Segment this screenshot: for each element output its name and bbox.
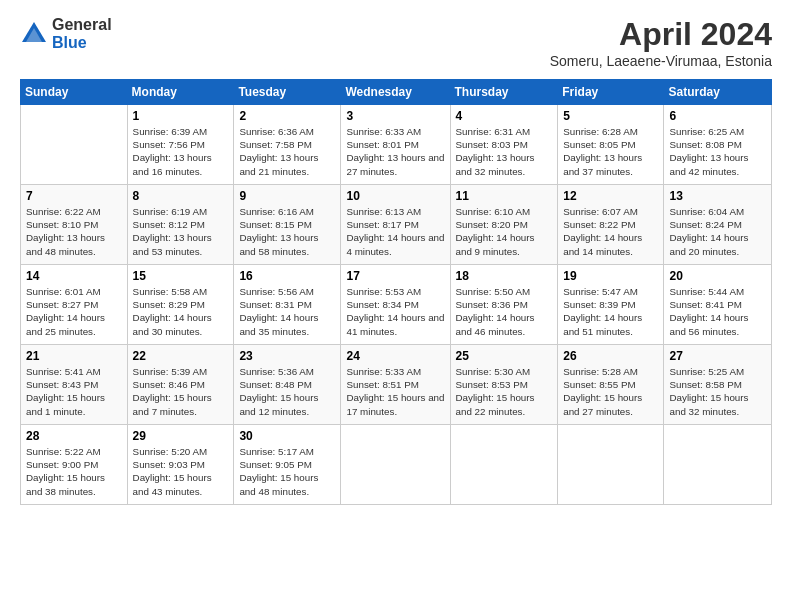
day-number: 19 (563, 269, 658, 283)
week-row-2: 7Sunrise: 6:22 AMSunset: 8:10 PMDaylight… (21, 185, 772, 265)
calendar-cell: 6Sunrise: 6:25 AMSunset: 8:08 PMDaylight… (664, 105, 772, 185)
calendar-cell: 3Sunrise: 6:33 AMSunset: 8:01 PMDaylight… (341, 105, 450, 185)
day-info: Sunrise: 6:10 AMSunset: 8:20 PMDaylight:… (456, 205, 553, 258)
calendar-cell: 2Sunrise: 6:36 AMSunset: 7:58 PMDaylight… (234, 105, 341, 185)
day-number: 18 (456, 269, 553, 283)
day-number: 24 (346, 349, 444, 363)
calendar-cell: 10Sunrise: 6:13 AMSunset: 8:17 PMDayligh… (341, 185, 450, 265)
day-info: Sunrise: 5:17 AMSunset: 9:05 PMDaylight:… (239, 445, 335, 498)
calendar-cell (341, 425, 450, 505)
day-number: 12 (563, 189, 658, 203)
day-number: 27 (669, 349, 766, 363)
day-number: 14 (26, 269, 122, 283)
day-info: Sunrise: 6:13 AMSunset: 8:17 PMDaylight:… (346, 205, 444, 258)
day-number: 20 (669, 269, 766, 283)
day-number: 6 (669, 109, 766, 123)
logo-blue: Blue (52, 34, 112, 52)
day-number: 9 (239, 189, 335, 203)
month-title: April 2024 (550, 16, 772, 53)
calendar-cell: 19Sunrise: 5:47 AMSunset: 8:39 PMDayligh… (558, 265, 664, 345)
day-info: Sunrise: 6:01 AMSunset: 8:27 PMDaylight:… (26, 285, 122, 338)
logo-text: General Blue (52, 16, 112, 51)
calendar-cell: 30Sunrise: 5:17 AMSunset: 9:05 PMDayligh… (234, 425, 341, 505)
day-info: Sunrise: 5:41 AMSunset: 8:43 PMDaylight:… (26, 365, 122, 418)
day-info: Sunrise: 6:07 AMSunset: 8:22 PMDaylight:… (563, 205, 658, 258)
week-row-5: 28Sunrise: 5:22 AMSunset: 9:00 PMDayligh… (21, 425, 772, 505)
day-number: 23 (239, 349, 335, 363)
logo-icon (20, 20, 48, 48)
weekday-header-sunday: Sunday (21, 80, 128, 105)
calendar-cell: 8Sunrise: 6:19 AMSunset: 8:12 PMDaylight… (127, 185, 234, 265)
location: Someru, Laeaene-Virumaa, Estonia (550, 53, 772, 69)
calendar-cell: 26Sunrise: 5:28 AMSunset: 8:55 PMDayligh… (558, 345, 664, 425)
day-info: Sunrise: 5:33 AMSunset: 8:51 PMDaylight:… (346, 365, 444, 418)
weekday-header-tuesday: Tuesday (234, 80, 341, 105)
day-number: 29 (133, 429, 229, 443)
day-number: 13 (669, 189, 766, 203)
weekday-header-row: SundayMondayTuesdayWednesdayThursdayFrid… (21, 80, 772, 105)
day-number: 1 (133, 109, 229, 123)
day-number: 17 (346, 269, 444, 283)
week-row-4: 21Sunrise: 5:41 AMSunset: 8:43 PMDayligh… (21, 345, 772, 425)
calendar-cell: 24Sunrise: 5:33 AMSunset: 8:51 PMDayligh… (341, 345, 450, 425)
day-number: 2 (239, 109, 335, 123)
weekday-header-friday: Friday (558, 80, 664, 105)
day-info: Sunrise: 6:31 AMSunset: 8:03 PMDaylight:… (456, 125, 553, 178)
day-number: 3 (346, 109, 444, 123)
day-info: Sunrise: 5:20 AMSunset: 9:03 PMDaylight:… (133, 445, 229, 498)
week-row-1: 1Sunrise: 6:39 AMSunset: 7:56 PMDaylight… (21, 105, 772, 185)
calendar-cell: 29Sunrise: 5:20 AMSunset: 9:03 PMDayligh… (127, 425, 234, 505)
calendar-cell: 28Sunrise: 5:22 AMSunset: 9:00 PMDayligh… (21, 425, 128, 505)
weekday-header-monday: Monday (127, 80, 234, 105)
day-number: 15 (133, 269, 229, 283)
calendar-table: SundayMondayTuesdayWednesdayThursdayFrid… (20, 79, 772, 505)
calendar-cell: 4Sunrise: 6:31 AMSunset: 8:03 PMDaylight… (450, 105, 558, 185)
day-info: Sunrise: 6:19 AMSunset: 8:12 PMDaylight:… (133, 205, 229, 258)
day-number: 25 (456, 349, 553, 363)
day-info: Sunrise: 5:39 AMSunset: 8:46 PMDaylight:… (133, 365, 229, 418)
day-info: Sunrise: 6:22 AMSunset: 8:10 PMDaylight:… (26, 205, 122, 258)
calendar-cell: 15Sunrise: 5:58 AMSunset: 8:29 PMDayligh… (127, 265, 234, 345)
day-info: Sunrise: 5:25 AMSunset: 8:58 PMDaylight:… (669, 365, 766, 418)
day-info: Sunrise: 5:30 AMSunset: 8:53 PMDaylight:… (456, 365, 553, 418)
day-info: Sunrise: 6:39 AMSunset: 7:56 PMDaylight:… (133, 125, 229, 178)
weekday-header-saturday: Saturday (664, 80, 772, 105)
calendar-cell: 9Sunrise: 6:16 AMSunset: 8:15 PMDaylight… (234, 185, 341, 265)
calendar-cell: 23Sunrise: 5:36 AMSunset: 8:48 PMDayligh… (234, 345, 341, 425)
calendar-cell: 12Sunrise: 6:07 AMSunset: 8:22 PMDayligh… (558, 185, 664, 265)
day-info: Sunrise: 5:56 AMSunset: 8:31 PMDaylight:… (239, 285, 335, 338)
day-info: Sunrise: 5:36 AMSunset: 8:48 PMDaylight:… (239, 365, 335, 418)
day-number: 11 (456, 189, 553, 203)
day-number: 7 (26, 189, 122, 203)
logo: General Blue (20, 16, 112, 51)
day-info: Sunrise: 5:22 AMSunset: 9:00 PMDaylight:… (26, 445, 122, 498)
weekday-header-thursday: Thursday (450, 80, 558, 105)
logo-general: General (52, 16, 112, 34)
day-number: 28 (26, 429, 122, 443)
title-block: April 2024 Someru, Laeaene-Virumaa, Esto… (550, 16, 772, 69)
calendar-cell: 7Sunrise: 6:22 AMSunset: 8:10 PMDaylight… (21, 185, 128, 265)
day-number: 30 (239, 429, 335, 443)
day-number: 10 (346, 189, 444, 203)
calendar-cell: 13Sunrise: 6:04 AMSunset: 8:24 PMDayligh… (664, 185, 772, 265)
day-info: Sunrise: 6:28 AMSunset: 8:05 PMDaylight:… (563, 125, 658, 178)
day-info: Sunrise: 5:50 AMSunset: 8:36 PMDaylight:… (456, 285, 553, 338)
calendar-cell: 21Sunrise: 5:41 AMSunset: 8:43 PMDayligh… (21, 345, 128, 425)
header: General Blue April 2024 Someru, Laeaene-… (20, 16, 772, 69)
calendar-cell: 1Sunrise: 6:39 AMSunset: 7:56 PMDaylight… (127, 105, 234, 185)
calendar-cell: 14Sunrise: 6:01 AMSunset: 8:27 PMDayligh… (21, 265, 128, 345)
calendar-cell: 18Sunrise: 5:50 AMSunset: 8:36 PMDayligh… (450, 265, 558, 345)
day-number: 22 (133, 349, 229, 363)
calendar-cell: 20Sunrise: 5:44 AMSunset: 8:41 PMDayligh… (664, 265, 772, 345)
day-info: Sunrise: 5:53 AMSunset: 8:34 PMDaylight:… (346, 285, 444, 338)
day-number: 5 (563, 109, 658, 123)
calendar-cell: 27Sunrise: 5:25 AMSunset: 8:58 PMDayligh… (664, 345, 772, 425)
day-number: 8 (133, 189, 229, 203)
calendar-cell: 25Sunrise: 5:30 AMSunset: 8:53 PMDayligh… (450, 345, 558, 425)
day-number: 16 (239, 269, 335, 283)
calendar-cell: 16Sunrise: 5:56 AMSunset: 8:31 PMDayligh… (234, 265, 341, 345)
week-row-3: 14Sunrise: 6:01 AMSunset: 8:27 PMDayligh… (21, 265, 772, 345)
day-info: Sunrise: 5:28 AMSunset: 8:55 PMDaylight:… (563, 365, 658, 418)
day-info: Sunrise: 6:04 AMSunset: 8:24 PMDaylight:… (669, 205, 766, 258)
weekday-header-wednesday: Wednesday (341, 80, 450, 105)
